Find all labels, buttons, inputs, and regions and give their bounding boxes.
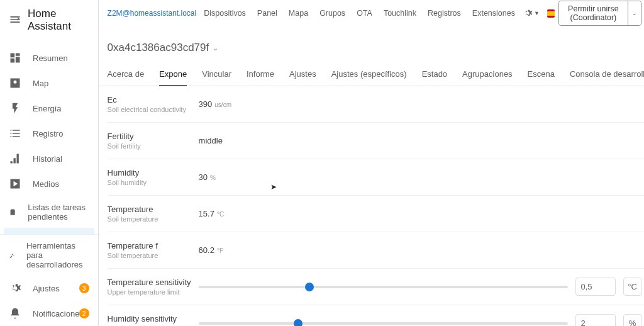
nav-link-extensions[interactable]: Extensiones: [469, 9, 519, 18]
bell-icon: [9, 307, 21, 320]
sidebar-item-label: Registro: [33, 129, 63, 138]
property-row: HumiditySoil humidity 30%: [108, 159, 644, 196]
content: 0xa4c1386ac93cd79f ⌄ Acerca de Expone Vi…: [99, 26, 644, 326]
sidebar-item-label: Listas de tareas pendientes: [28, 203, 89, 222]
nav-link-touchlink[interactable]: Touchlink: [380, 9, 420, 18]
prop-value: 15.7: [199, 209, 214, 218]
sidebar: Home Assistant Resumen Map Energía Regis…: [0, 0, 99, 326]
prop-label: Humidity: [108, 168, 199, 177]
prop-sublabel: Soil temperature: [108, 252, 199, 259]
permit-join-group: Permitir unirse (Coordinator) ⌄: [558, 1, 641, 26]
language-flag-icon[interactable]: [547, 9, 555, 18]
device-tabs: Acerca de Expone Vincular Informe Ajuste…: [99, 63, 644, 86]
prop-sublabel: Soil humidity: [108, 179, 199, 186]
tab-scene[interactable]: Escena: [528, 63, 555, 86]
sidebar-item-map[interactable]: Map: [0, 70, 98, 96]
permit-join-button[interactable]: Permitir unirse (Coordinator): [559, 1, 628, 25]
sidebar-item-energy[interactable]: Energía: [0, 96, 98, 121]
prop-label: Humidity sensitivity: [108, 314, 199, 323]
prop-unit: %: [210, 174, 216, 181]
nav-link-ota[interactable]: OTA: [353, 9, 376, 18]
sidebar-item-label: Notificaciones: [33, 309, 84, 318]
prop-label: Fertility: [108, 132, 199, 141]
property-row-slider: Humidity sensitivityUpper temperature li…: [108, 305, 644, 326]
list-icon: [9, 127, 21, 140]
slider-unit: %: [623, 314, 642, 326]
clipboard-icon: [9, 206, 16, 218]
sidebar-item-history[interactable]: Historial: [0, 146, 98, 171]
sidebar-item-label: Herramientas para desarrolladores: [26, 241, 89, 269]
nav-link-dashboard[interactable]: Panel: [253, 9, 281, 18]
nav-link-groups[interactable]: Grupos: [316, 9, 349, 18]
nav-link-devices[interactable]: Dispositivos: [200, 9, 250, 18]
sidebar-item-todo[interactable]: Listas de tareas pendientes: [0, 196, 98, 228]
sidebar-item-label: Historial: [33, 154, 62, 164]
tab-devconsole[interactable]: Consola de desarrollo: [570, 63, 644, 86]
caret-down-icon: ▼: [534, 10, 540, 16]
sidebar-bottom: Herramientas para desarrolladores Ajuste…: [0, 234, 98, 326]
sidebar-item-logbook[interactable]: Registro: [0, 121, 98, 146]
prop-label: Temperature: [108, 205, 199, 214]
prop-value: 390: [199, 99, 213, 109]
tab-settings[interactable]: Ajustes: [289, 63, 316, 86]
caret-down-icon: ⌄: [632, 10, 637, 16]
tab-reporting[interactable]: Informe: [247, 63, 274, 86]
temp-sensitivity-input[interactable]: [575, 278, 616, 296]
sidebar-item-overview[interactable]: Resumen: [0, 45, 98, 70]
settings-badge: 3: [79, 283, 89, 293]
prop-value: middle: [199, 136, 223, 145]
account-box-icon: [9, 77, 21, 89]
sidebar-item-label: Ajustes: [33, 284, 60, 293]
prop-sublabel: Soil fertility: [108, 142, 199, 150]
flash-icon: [9, 102, 21, 115]
sidebar-item-notifications[interactable]: Notificaciones 2: [0, 301, 98, 326]
chart-bar-icon: [9, 152, 21, 165]
property-row: TemperatureSoil temperature 15.7°C: [108, 196, 644, 232]
nav-link-map[interactable]: Mapa: [285, 9, 312, 18]
sidebar-item-settings[interactable]: Ajustes 3: [0, 276, 98, 301]
prop-value: 60.2: [199, 245, 214, 255]
humidity-sensitivity-input[interactable]: [575, 314, 616, 326]
property-row: Temperature fSoil temperature 60.2°F: [108, 232, 644, 269]
settings-dropdown[interactable]: ▼: [523, 8, 540, 18]
property-row: EcSoil electrical conductivity 390us/cm: [108, 86, 644, 123]
prop-label: Ec: [108, 95, 199, 104]
app-title: Home Assistant: [28, 8, 89, 33]
topnav: Z2M@homeassistant.local Dispositivos Pan…: [99, 0, 644, 26]
slider-thumb[interactable]: [305, 283, 314, 291]
prop-sublabel: Upper temperature limit: [108, 288, 199, 296]
prop-value: 30: [199, 172, 208, 182]
dashboard-icon: [9, 52, 21, 64]
sidebar-items: Resumen Map Energía Registro Historial M…: [0, 40, 98, 234]
notifications-badge: 2: [79, 308, 89, 318]
sidebar-item-label: Energía: [33, 104, 62, 113]
property-list: EcSoil electrical conductivity 390us/cm …: [99, 86, 644, 326]
sidebar-item-media[interactable]: Medios: [0, 171, 98, 196]
menu-collapse-icon[interactable]: [9, 13, 21, 28]
tab-groups[interactable]: Agrupaciones: [462, 63, 513, 86]
slider-unit: °C: [623, 278, 642, 296]
nav-link-logs[interactable]: Registros: [424, 9, 465, 18]
property-row-slider: Temperature sensitivityUpper temperature…: [108, 269, 644, 305]
sidebar-item-label: Medios: [33, 179, 59, 189]
tab-bind[interactable]: Vincular: [202, 63, 231, 86]
hammer-icon: [9, 249, 15, 262]
sidebar-item-zigbee2mqtt[interactable]: Zigbee2MQTT: [4, 228, 94, 234]
sidebar-item-label: Resumen: [33, 53, 68, 63]
prop-unit: us/cm: [214, 101, 231, 108]
prop-sublabel: Soil electrical conductivity: [108, 106, 199, 113]
caret-down-icon: ⌄: [213, 44, 218, 52]
tab-expose[interactable]: Expone: [159, 63, 187, 86]
device-title-dropdown[interactable]: 0xa4c1386ac93cd79f ⌄: [99, 26, 644, 63]
sidebar-header: Home Assistant: [0, 0, 98, 40]
humidity-sensitivity-slider[interactable]: [199, 322, 568, 325]
sidebar-item-devtools[interactable]: Herramientas para desarrolladores: [0, 235, 98, 276]
tab-state[interactable]: Estado: [422, 63, 447, 86]
breadcrumb[interactable]: Z2M@homeassistant.local: [108, 9, 197, 18]
slider-thumb[interactable]: [294, 319, 303, 327]
permit-join-dropdown[interactable]: ⌄: [628, 1, 641, 25]
tab-settings-specific[interactable]: Ajustes (específicos): [331, 63, 407, 86]
temp-sensitivity-slider[interactable]: [199, 286, 568, 288]
tab-about[interactable]: Acerca de: [108, 63, 145, 86]
sidebar-item-label: Map: [33, 79, 48, 88]
